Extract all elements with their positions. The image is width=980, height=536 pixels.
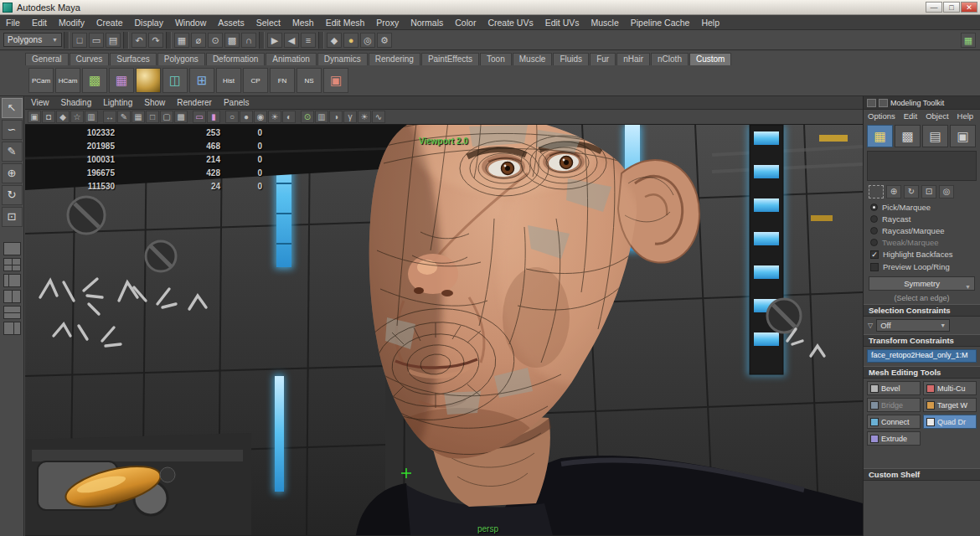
menu-window[interactable]: Window [169,18,212,28]
panel-menu-show[interactable]: Show [138,98,171,107]
wireframe-display-icon[interactable]: ○ [225,111,239,123]
target-weld-button[interactable]: Target W [923,398,977,412]
shelf-script-icon[interactable]: ⊞ [189,68,214,93]
menu-edit-mesh[interactable]: Edit Mesh [320,18,371,28]
paint-select-tool[interactable]: ✎ [2,142,23,162]
modeling-toolkit-toggle-icon[interactable]: ▦ [961,33,976,48]
rotate-mode-icon[interactable]: ↻ [904,185,919,198]
checkbox-preview-loop-ring[interactable]: Preview Loop/Ring [864,260,980,273]
toolkit-menu-object[interactable]: Object [921,111,952,121]
grease-pencil-icon[interactable]: ✎ [117,111,131,123]
move-mode-icon[interactable]: ⊕ [886,185,901,198]
extrude-button[interactable]: Extrude [867,431,921,446]
rotate-tool[interactable]: ↻ [2,185,23,205]
shelf-tab-general[interactable]: General [25,53,69,65]
four-pane-layout-button[interactable] [3,258,21,271]
shelf-tab-nhair[interactable]: nHair [616,53,650,65]
connect-button[interactable]: Connect [867,415,921,429]
marquee-select-icon[interactable] [869,185,884,198]
soft-select-icon[interactable]: ◎ [939,185,954,198]
menu-set-selector[interactable]: Polygons▼ [3,33,62,47]
shelf-tab-surfaces[interactable]: Surfaces [110,53,156,65]
radio-pick-marquee[interactable]: Pick/Marquee [864,201,980,213]
shelf-script-icon[interactable]: ▩ [82,68,107,93]
shelf-button-pcam[interactable]: PCam [28,68,54,93]
section-selection-constraints[interactable]: Selection Constraints [864,304,980,317]
shelf-tab-muscle[interactable]: Muscle [513,53,553,65]
shelf-script-icon[interactable]: ◫ [162,68,188,93]
save-scene-icon[interactable]: ▤ [106,33,121,48]
two-pane-side-layout-button[interactable] [3,290,21,303]
menu-mesh[interactable]: Mesh [286,18,320,28]
film-gate-icon[interactable]: □ [146,111,159,123]
grid-toggle-icon[interactable]: ▦ [132,111,145,123]
bevel-button[interactable]: Bevel [867,381,921,395]
menu-normals[interactable]: Normals [405,18,449,28]
menu-edit-uvs[interactable]: Edit UVs [539,18,585,28]
xray-icon[interactable]: ▥ [315,111,328,123]
viewport-3d-scene[interactable]: 1023322530 2019854680 1000312140 1966754… [25,125,863,535]
gamma-icon[interactable]: γ [343,111,357,123]
menu-file[interactable]: File [0,18,26,28]
single-pane-layout-button[interactable] [3,242,21,255]
multi-component-mode-icon[interactable]: ▦ [867,125,893,147]
shelf-tab-painteffects[interactable]: PaintEffects [421,53,479,65]
gate-mask-icon[interactable]: ▩ [174,111,188,123]
shelf-tab-animation[interactable]: Animation [266,53,316,65]
image-plane-icon[interactable]: ▥ [85,111,98,123]
scale-tool[interactable]: ⊡ [2,207,23,227]
shelf-tab-ncloth[interactable]: nCloth [651,53,689,65]
select-camera-icon[interactable]: ▣ [28,111,41,123]
active-object-field[interactable]: face_retopo2Head_only_1:M [867,349,977,363]
motion-blur-icon[interactable]: ∿ [372,111,385,123]
symmetry-button[interactable]: Symmetry ▼ [869,276,975,291]
three-pane-layout-button[interactable] [3,322,21,335]
status-group-divider[interactable] [259,32,265,49]
snap-to-point-icon[interactable]: ⊙ [208,33,223,48]
status-group-divider[interactable] [166,32,172,49]
select-tool[interactable]: ↖ [2,98,23,118]
shelf-button-cp[interactable]: CP [243,68,268,93]
menu-color[interactable]: Color [449,18,482,28]
menu-assets[interactable]: Assets [212,18,250,28]
tool-options-box[interactable] [867,151,977,181]
lasso-select-tool[interactable]: ∽ [2,120,23,140]
close-button[interactable]: ✕ [961,2,977,13]
menu-create-uvs[interactable]: Create UVs [482,18,539,28]
render-view-icon[interactable]: ◆ [327,33,342,48]
output-connections-icon[interactable]: ◀ [284,33,299,48]
shelf-script-icon[interactable]: ▣ [323,68,348,93]
shelf-material-sphere-icon[interactable] [136,68,161,93]
menu-proxy[interactable]: Proxy [370,18,405,28]
menu-select[interactable]: Select [250,18,286,28]
panel-dock-icon[interactable] [867,99,876,107]
new-scene-icon[interactable]: □ [72,33,87,48]
shelf-button-hcam[interactable]: HCam [55,68,80,93]
quad-draw-button[interactable]: Quad Dr [923,415,977,429]
construction-history-icon[interactable]: ≡ [301,33,316,48]
window-titlebar[interactable]: Autodesk Maya — □ ✕ [0,0,980,15]
shelf-tab-curves[interactable]: Curves [70,53,110,65]
menu-modify[interactable]: Modify [53,18,90,28]
two-pane-stacked-layout-button[interactable] [3,306,21,319]
menu-display[interactable]: Display [128,18,168,28]
shelf-tab-toon[interactable]: Toon [480,53,512,65]
toolkit-titlebar[interactable]: Modeling Toolkit [864,96,980,110]
panel-menu-panels[interactable]: Panels [218,98,255,107]
bridge-button[interactable]: Bridge [867,398,921,412]
status-group-divider[interactable] [123,32,129,49]
edge-mode-icon[interactable]: ▤ [922,125,948,147]
face-mode-icon[interactable]: ▣ [950,125,976,147]
radio-raycast-marquee[interactable]: Raycast/Marquee [864,224,980,236]
input-connections-icon[interactable]: ▶ [267,33,282,48]
move-tool[interactable]: ⊕ [2,163,23,183]
status-group-divider[interactable] [318,32,324,49]
shelf-tab-custom[interactable]: Custom [689,53,731,65]
redo-icon[interactable]: ↷ [148,33,163,48]
render-current-frame-icon[interactable]: ● [343,33,358,48]
camera-attributes-icon[interactable]: ◆ [56,111,70,123]
smooth-shade-icon[interactable]: ● [240,111,253,123]
safe-title-icon[interactable]: ▮ [207,111,220,123]
make-live-icon[interactable]: ∩ [241,33,256,48]
panel-menu-view[interactable]: View [25,98,55,107]
